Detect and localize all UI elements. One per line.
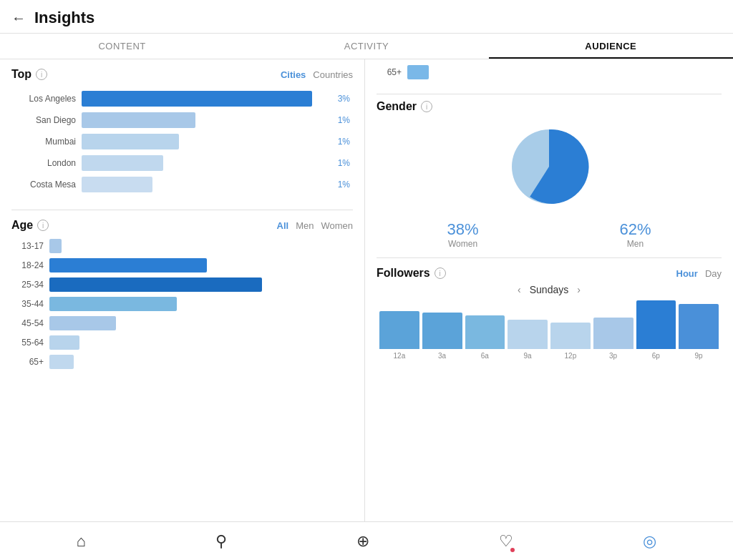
city-bar-row: Los Angeles 3% [11,91,353,107]
city-name: San Diego [11,115,76,125]
age-group-label: 55-64 [11,338,44,348]
tabs-bar: CONTENT ACTIVITY AUDIENCE [0,34,733,59]
age-group-label: 25-34 [11,280,44,290]
age-group-label: 35-44 [11,299,44,309]
gender-title: Gender [377,100,417,113]
age-bar-wrap [49,258,353,272]
city-pct: 1% [338,158,350,168]
age-group-label: 65+ [11,357,44,367]
top-info-icon[interactable]: i [36,69,47,80]
gender-info-icon[interactable]: i [421,101,432,112]
city-bar-fill [82,91,312,107]
age-women-tab[interactable]: Women [321,220,353,231]
hour-bar [422,313,462,349]
hour-col: 3p [593,318,634,360]
hour-label: 12a [394,352,406,360]
age-bar-fill [49,316,116,330]
age65-label: 65+ [377,67,402,77]
hour-bar [636,300,676,349]
divider-1 [11,210,353,210]
city-bar-row: Mumbai 1% [11,134,353,149]
home-nav-button[interactable]: ⌂ [77,532,86,551]
city-pct: 1% [338,115,350,125]
hour-bar [465,315,505,349]
profile-nav-button[interactable]: ◎ [643,532,656,551]
top-cities-header: Top i Cities Countries [11,68,353,81]
day-tab[interactable]: Day [705,268,722,279]
age-men-tab[interactable]: Men [296,220,314,231]
city-bar-wrap: 1% [82,134,353,149]
age-bar-fill [49,258,207,272]
followers-header: Followers i Hour Day [377,267,722,280]
city-bar-fill [82,112,195,128]
hour-label: 9p [695,352,703,360]
hour-col: 6a [465,315,505,360]
men-pct: 62% [619,220,651,239]
top-cities-chart: Los Angeles 3% San Diego 1% Mumbai 1% Lo… [11,88,353,201]
search-nav-button[interactable]: ⚲ [215,532,227,551]
age-bar-wrap [49,239,353,253]
hour-col: 9p [679,304,719,360]
women-pct: 38% [447,220,478,239]
age-bar-row: 55-64 [11,335,353,350]
men-label: Men [619,239,651,249]
heart-nav-button[interactable]: ♡ [499,532,513,550]
gender-stats: 38% Women 62% Men [377,220,722,249]
city-name: Mumbai [11,137,76,147]
age-info-icon[interactable]: i [37,220,49,231]
city-pct: 1% [338,180,350,190]
hour-label: 3p [609,352,617,360]
city-bar-row: San Diego 1% [11,112,353,128]
add-nav-button[interactable]: ⊕ [356,532,369,551]
city-bar-wrap: 1% [82,155,353,171]
back-button[interactable]: ← [11,10,26,26]
age-bar-row: 18-24 [11,258,353,272]
age-bar-wrap [49,335,353,350]
gender-section-header: Gender i [377,100,722,113]
age-bar-row: 13-17 [11,239,353,253]
city-pct: 3% [338,94,350,104]
tab-content[interactable]: CONTENT [0,34,244,59]
city-bar-wrap: 1% [82,112,353,128]
tab-activity[interactable]: ACTIVITY [244,34,488,59]
age-group-label: 18-24 [11,260,44,270]
right-panel: 65+ Gender i 3 [365,59,733,521]
gender-pie-container [377,120,722,213]
women-label: Women [447,239,478,249]
tab-audience[interactable]: AUDIENCE [489,34,733,59]
city-name: London [11,158,76,168]
hour-tab[interactable]: Hour [676,268,698,279]
age-all-tab[interactable]: All [277,220,289,231]
followers-info-icon[interactable]: i [435,267,446,279]
age-bar-fill [49,297,177,311]
hour-col: 3a [422,313,462,360]
city-bar-row: Costa Mesa 1% [11,177,353,192]
hour-bar [550,323,591,349]
hour-bar [508,320,548,349]
age-section-title: Age [11,219,33,232]
bottom-navigation: ⌂ ⚲ ⊕ ♡ ◎ [0,521,733,560]
hour-label: 6p [652,352,660,360]
hour-col: 12a [379,311,419,360]
city-name: Costa Mesa [11,180,76,190]
hour-col: 6p [636,300,676,360]
hour-bar [679,304,719,349]
hour-col: 12p [550,323,591,360]
city-name: Los Angeles [11,94,76,104]
countries-tab[interactable]: Countries [313,69,353,80]
age-bar-row: 25-34 [11,277,353,292]
age-bar-fill [49,335,79,350]
age-bar-wrap [49,277,353,292]
followers-section: Followers i Hour Day ‹ Sundays › 12a 3a … [377,264,722,360]
gender-pie-chart [503,120,596,213]
cities-tab[interactable]: Cities [281,69,306,80]
prev-day-button[interactable]: ‹ [518,284,521,295]
page-title: Insights [34,9,94,27]
age-bar-wrap [49,355,353,369]
age-bar-row: 45-54 [11,316,353,330]
hour-col: 9a [508,320,548,360]
next-day-button[interactable]: › [577,284,581,295]
day-navigation: ‹ Sundays › [377,284,722,295]
age-section-header: Age i All Men Women [11,219,353,232]
age-bar-fill [49,239,62,253]
